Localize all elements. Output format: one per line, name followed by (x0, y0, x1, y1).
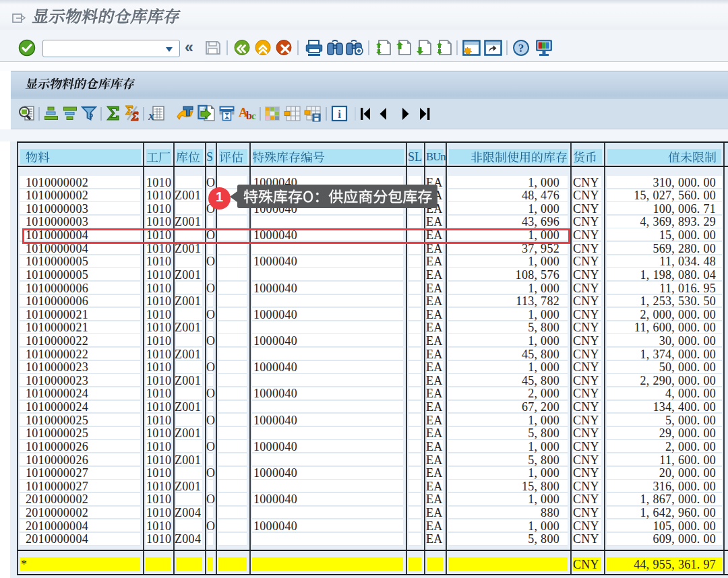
svg-text:x: x (148, 109, 154, 122)
svg-text:i: i (338, 108, 341, 121)
svg-text:?: ? (518, 42, 524, 55)
svg-text:c: c (251, 110, 256, 121)
